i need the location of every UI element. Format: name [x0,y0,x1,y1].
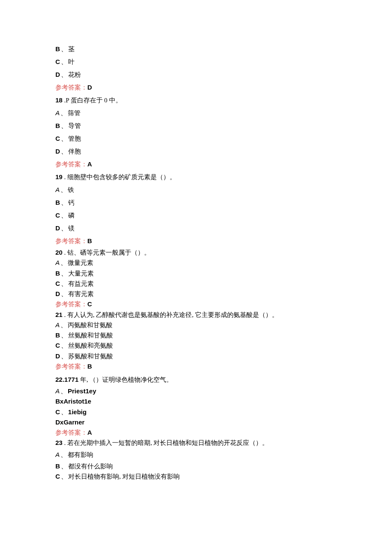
option-sep: 、 [61,148,67,155]
option-letter: C [55,473,60,480]
option-letter: B [55,331,60,339]
q17-option-c: C、叶 [55,55,337,68]
answer-value: B [87,237,92,244]
option-text: DxGarner [55,418,84,426]
option-sep: 、 [61,353,67,360]
q21-option-c: C、丝氨酸和亮氨酸 [55,340,337,351]
option-letter: B [55,462,60,470]
option-letter: A [55,321,60,328]
option-text: 叶 [68,58,75,65]
q22-answer: 参考答案：A [55,427,337,438]
q17-answer: 参考答案：D [55,81,337,94]
option-sep: 、 [61,409,67,416]
option-text: 大量元素 [68,270,94,277]
question-number: 22.1771 [55,376,78,383]
option-sep: 、 [61,451,67,458]
q18-option-d: D、伴胞 [55,145,337,158]
question-number: 18 [55,96,63,104]
option-sep: 、 [61,122,67,129]
question-number: 21 [55,311,63,318]
option-text: 丙氨酸和甘氨酸 [68,322,112,328]
q20-option-a: A、微量元素 [55,258,337,268]
option-sep: 、 [61,388,67,395]
document-page: B、茎 C、叶 D、花粉 参考答案：D 18 .P 蛋白存在于 0 中。 A、筛… [0,0,392,507]
option-sep: 、 [61,225,67,232]
option-text: 丝氨酸和甘氨酸 [68,332,113,339]
answer-value: C [87,300,92,308]
answer-label: 参考答案： [55,238,87,244]
option-sep: 、 [61,280,67,287]
option-letter: C [55,342,60,349]
option-text: 伴胞 [68,148,81,155]
q19-answer: 参考答案：B [55,235,337,247]
q21-answer: 参考答案：B [55,361,337,372]
q22-options: A、Priest1ey BxAristot1e C、1iebig DxGarne… [55,386,337,448]
q21-option-d: D、苏氨酸和甘氨酸 [55,351,337,361]
q22-option-b: BxAristot1e [55,396,337,407]
answer-label: 参考答案： [55,363,87,370]
option-text: 茎 [68,46,75,52]
option-sep: 、 [61,135,67,142]
answer-label: 参考答案： [55,429,87,436]
question-text: .P 蛋白存在于 0 中。 [63,97,122,104]
option-letter: A [55,259,60,266]
option-text: 铁 [68,186,74,193]
option-letter: C [55,408,60,416]
option-letter: C [55,212,60,219]
q21-stem: 21 . 有人认为, 乙醇酸代谢也是氨基酸的补充途径, 它主要形成的氨基酸是（）… [55,310,337,320]
option-text: 花粉 [68,71,81,78]
option-letter: C [55,58,60,65]
q23-option-a: A、都有影响 [55,448,337,461]
option-letter: C [55,280,60,287]
option-sep: 、 [61,463,67,470]
option-letter: D [55,148,60,155]
option-text: 有益元素 [68,280,94,287]
answer-value: A [87,160,92,168]
option-text: BxAristot1e [55,398,91,405]
option-letter: C [55,135,60,142]
option-sep: 、 [61,291,67,297]
option-sep: 、 [61,58,67,65]
option-letter: D [55,71,60,78]
option-sep: 、 [61,322,67,328]
q19-option-d: D、镁 [55,222,337,235]
question-text: . 若在光期中插入一短暂的暗期, 对长日植物和短日植物的开花反应（）。 [63,439,269,446]
option-text: 钙 [68,199,75,206]
option-letter: D [55,224,60,232]
q18-option-a: A、筛管 [55,107,337,119]
q21-option-b: B、丝氨酸和甘氨酸 [55,330,337,340]
option-sep: 、 [61,332,67,339]
q23-stem: 23 . 若在光期中插入一短暂的暗期, 对长日植物和短日植物的开花反应（）。 [55,438,337,448]
q20-option-b: B、大量元素 [55,268,337,279]
answer-label: 参考答案： [55,84,87,91]
option-text: 都没有什么影响 [68,463,113,470]
q22-option-a: A、Priest1ey [55,386,337,396]
q20-stem: 20 . 钴、硒等元素一般属于（）。 [55,247,337,258]
question-number: 20 [55,249,63,256]
q22-option-d: DxGarner [55,417,337,427]
option-text: 导管 [68,122,81,129]
option-text: Priest1ey [68,387,96,395]
option-text: 筛管 [68,110,81,116]
q23-options-tail: B、都没有什么影响 C、对长日植物有影响, 对短日植物没有影响 [55,461,337,482]
q17-option-b: B、茎 [55,43,337,55]
q20-block: 20 . 钴、硒等元素一般属于（）。 A、微量元素 B、大量元素 C、有益元素 … [55,247,337,372]
option-text: 镁 [68,225,75,232]
option-sep: 、 [61,473,67,480]
answer-value: D [87,84,92,91]
q20-option-c: C、有益元素 [55,279,337,289]
q20-answer: 参考答案：C [55,299,337,309]
q19-stem: 19 . 细胞壁中包含较多的矿质元素是（）。 [55,171,337,183]
q22-option-c: C、1iebig [55,407,337,417]
option-sep: 、 [61,199,67,206]
q18-option-b: B、导管 [55,119,337,132]
option-text: 都有影响 [68,451,93,458]
question-text: . 细胞壁中包含较多的矿质元素是（）。 [63,174,176,180]
option-letter: D [55,352,60,360]
q18-stem: 18 .P 蛋白存在于 0 中。 [55,94,337,107]
option-letter: A [55,387,60,395]
option-sep: 、 [61,110,67,116]
q23-option-b: B、都没有什么影响 [55,461,337,471]
option-text: 丝氨酸和亮氨酸 [68,342,113,349]
q22-stem: 22.1771 年, （）证明绿色植物净化空气。 [55,373,337,386]
